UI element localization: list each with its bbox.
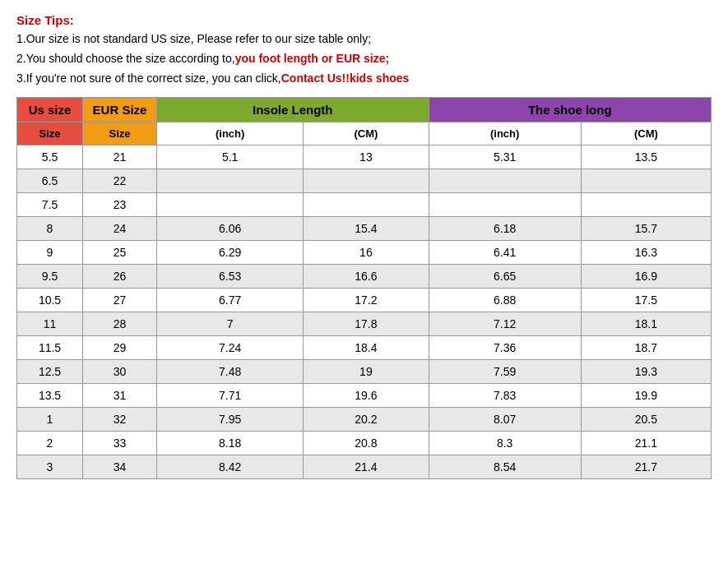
table-body: 5.5215.1135.3113.56.5227.5238246.0615.46… — [17, 146, 712, 479]
header-shoe-long: The shoe long — [429, 98, 712, 122]
table-cell: 8 — [17, 217, 83, 241]
table-row: 1327.9520.28.0720.5 — [17, 408, 712, 432]
table-cell: 20.8 — [304, 432, 429, 455]
table-cell — [581, 169, 711, 193]
table-cell: 26 — [83, 265, 157, 289]
table-cell: 7.36 — [429, 336, 581, 360]
table-cell: 11.5 — [17, 336, 83, 360]
tips-section: Size Tips: 1.Our size is not standard US… — [16, 13, 712, 87]
subheader-insole-inch: (inch) — [157, 122, 304, 146]
tips-line-2-before: 2.You should choose the size according t… — [16, 52, 235, 65]
tips-line-1: 1.Our size is not standard US size, Plea… — [16, 30, 712, 48]
table-cell: 12.5 — [17, 360, 83, 384]
tips-line-1-text: 1.Our size is not standard US size, Plea… — [16, 32, 371, 45]
tips-line-3-red[interactable]: Contact Us!!kids shoes — [281, 72, 410, 85]
table-row: 6.522 — [17, 169, 712, 193]
table-cell: 11 — [17, 312, 83, 336]
table-cell: 21.1 — [581, 432, 711, 455]
table-cell: 7.59 — [429, 360, 581, 384]
table-row: 13.5317.7119.67.8319.9 — [17, 384, 712, 408]
table-row: 9.5266.5316.66.6516.9 — [17, 265, 712, 289]
table-cell: 8.18 — [157, 432, 304, 455]
table-cell: 6.18 — [429, 217, 581, 241]
table-cell: 8.3 — [429, 432, 581, 455]
table-row: 1128717.87.1218.1 — [17, 312, 712, 336]
table-cell: 19.9 — [581, 384, 711, 408]
table-cell: 6.88 — [429, 289, 581, 312]
table-row: 12.5307.48197.5919.3 — [17, 360, 712, 384]
table-row: 8246.0615.46.1815.7 — [17, 217, 712, 241]
table-cell: 7 — [157, 312, 304, 336]
table-cell: 6.53 — [157, 265, 304, 289]
table-cell: 7.71 — [157, 384, 304, 408]
table-cell: 21.7 — [581, 455, 711, 479]
table-cell: 15.4 — [304, 217, 429, 241]
table-cell: 21 — [83, 146, 157, 169]
table-cell: 7.12 — [429, 312, 581, 336]
table-cell — [157, 193, 304, 217]
table-cell: 32 — [83, 408, 157, 432]
table-cell: 27 — [83, 289, 157, 312]
table-cell: 7.83 — [429, 384, 581, 408]
table-cell: 13 — [304, 146, 429, 169]
table-cell: 19 — [304, 360, 429, 384]
table-cell: 29 — [83, 336, 157, 360]
table-cell — [304, 169, 429, 193]
table-cell: 13.5 — [581, 146, 711, 169]
table-cell: 6.77 — [157, 289, 304, 312]
header-row: Us size EUR Size Insole Length The shoe … — [17, 98, 712, 122]
table-cell: 18.4 — [304, 336, 429, 360]
table-cell: 5.5 — [17, 146, 83, 169]
table-cell: 7.24 — [157, 336, 304, 360]
table-cell: 33 — [83, 432, 157, 455]
tips-line-2: 2.You should choose the size according t… — [16, 50, 712, 67]
table-cell: 6.41 — [429, 241, 581, 265]
table-cell: 7.48 — [157, 360, 304, 384]
table-cell: 9 — [17, 241, 83, 265]
table-cell: 10.5 — [17, 289, 83, 312]
table-cell: 6.65 — [429, 265, 581, 289]
table-cell — [304, 193, 429, 217]
table-cell: 16 — [304, 241, 429, 265]
subheader-insole-cm: (CM) — [304, 122, 429, 146]
table-cell — [157, 169, 304, 193]
table-cell: 23 — [83, 193, 157, 217]
table-row: 7.523 — [17, 193, 712, 217]
table-row: 11.5297.2418.47.3618.7 — [17, 336, 712, 360]
table-cell: 24 — [83, 217, 157, 241]
header-insole-length: Insole Length — [157, 98, 429, 122]
tips-title: Size Tips: — [16, 13, 712, 27]
table-cell: 17.5 — [581, 289, 711, 312]
table-cell: 21.4 — [304, 455, 429, 479]
table-cell: 19.3 — [581, 360, 711, 384]
table-row: 5.5215.1135.3113.5 — [17, 146, 712, 169]
table-cell: 18.1 — [581, 312, 711, 336]
tips-line-3: 3.If you're not sure of the correct size… — [16, 70, 712, 87]
table-row: 3348.4221.48.5421.7 — [17, 455, 712, 479]
header-eur-size: EUR Size — [83, 98, 157, 122]
table-cell — [429, 193, 581, 217]
subheader-shoe-cm: (CM) — [581, 122, 711, 146]
table-cell: 20.2 — [304, 408, 429, 432]
table-row: 10.5276.7717.26.8817.5 — [17, 289, 712, 312]
table-cell: 8.07 — [429, 408, 581, 432]
table-cell: 8.54 — [429, 455, 581, 479]
subheader-us: Size — [17, 122, 83, 146]
table-cell: 7.95 — [157, 408, 304, 432]
tips-line-3-before: 3.If you're not sure of the correct size… — [16, 72, 281, 85]
table-cell: 16.9 — [581, 265, 711, 289]
table-cell: 7.5 — [17, 193, 83, 217]
table-cell: 5.31 — [429, 146, 581, 169]
table-cell: 5.1 — [157, 146, 304, 169]
table-cell: 34 — [83, 455, 157, 479]
table-cell: 2 — [17, 432, 83, 455]
table-cell: 3 — [17, 455, 83, 479]
table-row: 9256.29166.4116.3 — [17, 241, 712, 265]
table-cell: 1 — [17, 408, 83, 432]
table-cell: 22 — [83, 169, 157, 193]
table-cell: 25 — [83, 241, 157, 265]
table-cell: 20.5 — [581, 408, 711, 432]
table-cell: 8.42 — [157, 455, 304, 479]
subheader-eur: Size — [83, 122, 157, 146]
table-cell: 18.7 — [581, 336, 711, 360]
